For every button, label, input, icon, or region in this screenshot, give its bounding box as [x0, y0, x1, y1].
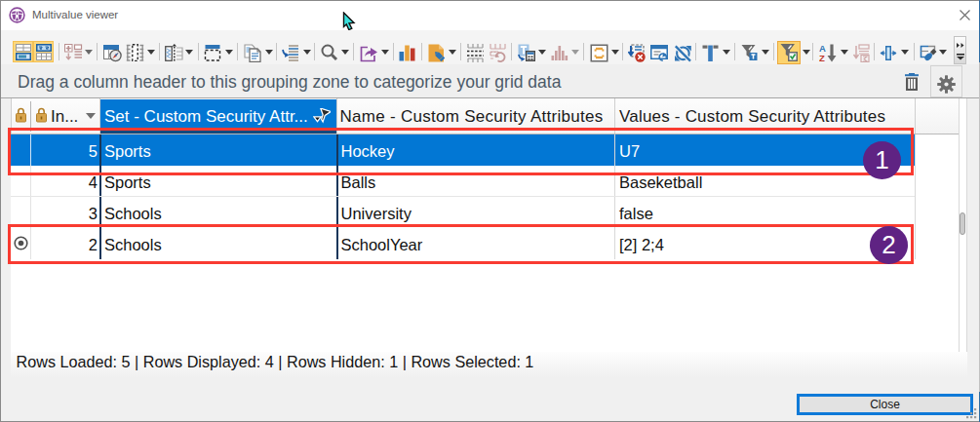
svg-text:Z: Z [819, 53, 825, 62]
